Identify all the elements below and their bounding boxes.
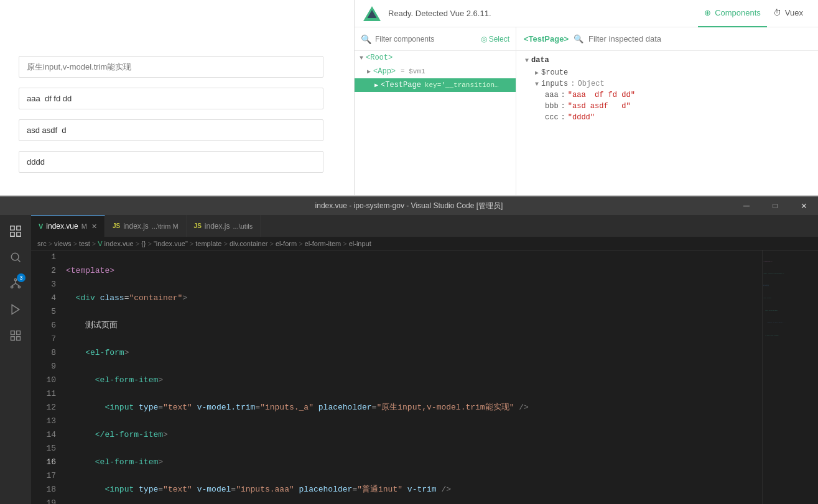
inspector-item-bbb: bbb : "asd asdf d" <box>525 101 809 112</box>
line-num-15: 15 <box>36 442 56 456</box>
vue-devtools-panel: Ready. Detected Vue 2.6.11. ⊕ Components… <box>355 0 818 195</box>
select-icon: ◎ <box>481 35 487 44</box>
svg-marker-10 <box>12 305 19 314</box>
bc-braces: {} <box>141 240 146 247</box>
line-num-18: 18 <box>36 483 56 497</box>
bc-elform: el-form <box>276 240 297 247</box>
inspector-item-ccc: ccc : "dddd" <box>525 112 809 123</box>
devtools-toolbar: 🔍 ◎ Select <TestPage> 🔍 <box>355 27 818 51</box>
vscode-area: index.vue - ipo-system-gov - Visual Stud… <box>0 196 818 504</box>
bc-file: index.vue <box>105 240 134 247</box>
line-num-3: 3 <box>36 278 56 291</box>
bc-sep10: > <box>343 240 346 247</box>
root-triangle: ▼ <box>360 55 363 62</box>
explorer-icon[interactable] <box>3 219 28 244</box>
bbb-value: "asd asdf d" <box>568 102 631 111</box>
component-tree: ▼ <Root> ▶ <App> = $vm1 ▶ <TestPage key=… <box>355 51 516 195</box>
tree-item-root[interactable]: ▼ <Root> <box>355 51 516 65</box>
line-num-17: 17 <box>36 469 56 483</box>
line-num-10: 10 <box>36 373 56 387</box>
run-icon[interactable] <box>3 297 28 322</box>
vue-file-icon: V <box>39 222 43 230</box>
inspector-search-icon: 🔍 <box>574 34 583 44</box>
bc-src: src <box>37 240 47 247</box>
editor-code-area[interactable]: <template> <div class="container"> 测试页面 … <box>61 250 762 504</box>
minimap: <template> <div class="container"> 测试页面 … <box>762 250 818 504</box>
bc-template: template <box>195 240 221 247</box>
svg-rect-14 <box>17 337 21 341</box>
close-button[interactable]: ✕ <box>789 196 818 215</box>
data-section-triangle: ▼ <box>525 57 529 64</box>
code-line-3: 测试页面 <box>66 319 757 332</box>
minimap-content: <template> <div class="container"> 测试页面 … <box>763 250 818 346</box>
bc-sep9: > <box>299 240 302 247</box>
inspector-item-inputs[interactable]: ▼ inputs : Object <box>525 78 809 89</box>
bc-sep2: > <box>73 240 77 247</box>
minimize-button[interactable]: ─ <box>732 196 761 215</box>
inputs-value: Object <box>577 80 604 88</box>
bc-sep3: > <box>92 240 96 247</box>
line-num-5: 5 <box>36 305 56 319</box>
input-field-a[interactable] <box>19 56 323 78</box>
js-file-icon-1: JS <box>113 222 120 229</box>
line-num-16: 16 <box>36 456 56 469</box>
ccc-key: ccc <box>545 113 559 122</box>
code-line-6: <input type="text" v-model.trim="inputs.… <box>66 401 757 415</box>
bc-sep5: > <box>147 240 151 247</box>
code-line-8: <el-form-item> <box>66 456 757 469</box>
data-section-label: data <box>531 56 549 65</box>
aaa-key: aaa <box>545 91 559 99</box>
aaa-colon: : <box>561 91 565 99</box>
bc-vue-icon: V <box>98 240 102 247</box>
tree-item-app[interactable]: ▶ <App> = $vm1 <box>355 65 516 78</box>
tab-js-trim-name: index.js <box>123 222 149 231</box>
route-triangle: ▶ <box>535 69 539 76</box>
bbb-key: bbb <box>545 102 559 111</box>
maximize-button[interactable]: □ <box>761 196 789 215</box>
source-control-icon[interactable]: 3 <box>3 271 28 296</box>
extensions-icon[interactable] <box>3 323 28 348</box>
tab-vue-close[interactable]: ✕ <box>91 222 97 231</box>
line-num-12: 12 <box>36 401 56 415</box>
source-control-badge: 3 <box>17 273 26 282</box>
ready-text: Ready. Detected Vue 2.6.11. <box>388 9 491 18</box>
select-button[interactable]: ◎ Select <box>481 35 509 44</box>
input-field-ccc[interactable] <box>19 151 323 173</box>
js-file-icon-2: JS <box>194 222 202 229</box>
components-icon: ⊕ <box>704 8 711 17</box>
input-field-bbb[interactable] <box>19 119 323 141</box>
inspector-item-route[interactable]: ▶ $route <box>525 67 809 78</box>
inspector-toolbar: <TestPage> 🔍 <box>516 27 818 50</box>
tree-item-testpage[interactable]: ▶ <TestPage key='__transition-5-... <box>355 78 516 92</box>
code-line-7: </el-form-item> <box>66 428 757 442</box>
tab-components[interactable]: ⊕ Components <box>698 0 767 27</box>
tab-index-js-utils[interactable]: JS index.js ...\utils <box>187 215 261 237</box>
bc-test: test <box>79 240 90 247</box>
svg-rect-13 <box>11 337 15 341</box>
tab-vue-modified-indicator: M <box>81 222 87 230</box>
filter-inspected-input[interactable] <box>588 34 811 44</box>
tab-js-utils-name: index.js <box>205 222 230 231</box>
tab-index-js-trim[interactable]: JS index.js ...\trim M <box>105 215 187 237</box>
bc-sep7: > <box>223 240 227 247</box>
data-section-header[interactable]: ▼ data <box>525 56 809 65</box>
vuex-icon: ⏱ <box>773 8 781 17</box>
bc-sep4: > <box>136 240 139 247</box>
tab-vuex[interactable]: ⏱ Vuex <box>767 0 809 27</box>
tab-index-vue[interactable]: V index.vue M ✕ <box>31 215 105 237</box>
select-label: Select <box>489 35 509 44</box>
inputs-triangle: ▼ <box>535 81 539 88</box>
inputs-key: inputs <box>541 80 568 88</box>
input-field-aaa[interactable] <box>19 88 323 109</box>
search-activity-icon[interactable] <box>3 245 28 270</box>
filter-components-input[interactable] <box>375 35 450 44</box>
svg-point-2 <box>11 253 19 260</box>
activity-bar: 3 <box>0 215 31 504</box>
aaa-value: "aaa df fd dd" <box>568 91 635 99</box>
bc-elinput: el-input <box>349 240 371 247</box>
app-label: <App> <box>373 67 396 76</box>
devtools-content: ▼ <Root> ▶ <App> = $vm1 ▶ <TestPage key=… <box>355 51 818 195</box>
code-line-1: <template> <box>66 264 757 278</box>
code-line-5: <el-form-item> <box>66 373 757 387</box>
window-title: index.vue - ipo-system-gov - Visual Stud… <box>315 201 503 211</box>
